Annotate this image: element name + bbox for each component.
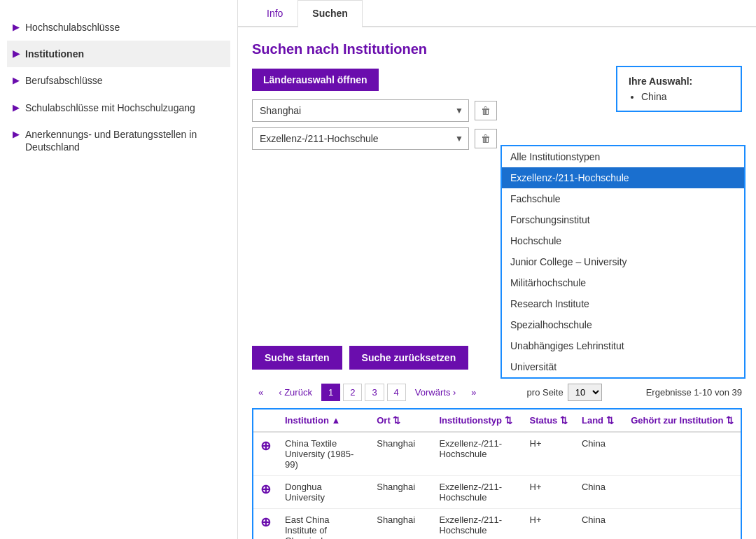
tab-bar: Info Suchen [238, 0, 756, 27]
col-add [253, 410, 278, 432]
selection-title: Ihre Auswahl: [629, 76, 729, 87]
status-cell: H+ [523, 432, 575, 476]
sidebar-item-label: Hochschulabschlüsse [25, 21, 120, 34]
per-page-selector: pro Seite 10 [527, 384, 602, 401]
pagination: « ‹ Zurück 1 2 3 4 Vorwärts › » [252, 384, 483, 401]
pagination-row: « ‹ Zurück 1 2 3 4 Vorwärts › » pro Seit… [252, 377, 742, 408]
type-dropdown-list: Alle Institutionstypen Exzellenz-/211-Ho… [500, 145, 746, 379]
col-land-header[interactable]: Land ⇅ [575, 410, 624, 432]
ort-cell: Shanghai [370, 476, 432, 509]
col-ort-header[interactable]: Ort ⇅ [370, 410, 432, 432]
sidebar-item-label: Schulabschlüsse mit Hochschulzugang [25, 102, 195, 114]
page-4-button[interactable]: 4 [387, 384, 406, 401]
sidebar-item-institutionen[interactable]: ▶ Institutionen [7, 41, 230, 67]
col-status-label: Status [530, 415, 558, 426]
sidebar-item-schulabschluesse[interactable]: ▶ Schulabschlüsse mit Hochschulzugang [7, 94, 230, 121]
sort-icon: ▲ [331, 415, 340, 426]
results-table-wrapper: Institution ▲ Ort ⇅ Institutionstyp ⇅ [252, 408, 742, 539]
table-row: ⊕ China Textile University (1985-99) Sha… [253, 432, 741, 476]
page-1-button[interactable]: 1 [321, 384, 340, 401]
dropdown-option-5[interactable]: Junior College – University [502, 251, 744, 272]
arrow-icon: ▶ [13, 48, 20, 59]
col-gehoert-label: Gehört zur Institution [631, 415, 723, 426]
typ-cell: Exzellenz-/211-Hochschule [432, 509, 522, 540]
dropdown-option-0[interactable]: Alle Institutionstypen [502, 146, 744, 167]
sidebar-item-hochschulabschluesse[interactable]: ▶ Hochschulabschlüsse [7, 14, 230, 41]
city-select[interactable]: Shanghai [252, 99, 469, 122]
col-status-header[interactable]: Status ⇅ [523, 410, 575, 432]
first-page-button[interactable]: « [252, 384, 270, 400]
type-dropdown-wrapper: Exzellenz-/211-Hochschule ▼ [252, 127, 469, 150]
results-info: Ergebnisse 1-10 von 39 [646, 387, 742, 398]
table-row: ⊕ Donghua University Shanghai Exzellenz-… [253, 476, 741, 509]
arrow-icon: ▶ [13, 102, 20, 113]
add-button-row1[interactable]: ⊕ [260, 482, 271, 496]
country-select-button[interactable]: Länderauswahl öffnen [252, 69, 379, 91]
sort-icon: ⇅ [393, 415, 400, 426]
col-typ-header[interactable]: Institutionstyp ⇅ [432, 410, 522, 432]
sidebar: ▶ Hochschulabschlüsse ▶ Institutionen ▶ … [0, 0, 238, 539]
land-cell: China [575, 476, 624, 509]
results-table: Institution ▲ Ort ⇅ Institutionstyp ⇅ [253, 410, 741, 539]
dropdown-option-6[interactable]: Militärhochschule [502, 272, 744, 293]
page-2-button[interactable]: 2 [343, 384, 362, 401]
institution-cell: Donghua University [278, 476, 370, 509]
sort-icon: ⇅ [505, 415, 512, 426]
sidebar-item-label: Berufsabschlüsse [25, 74, 103, 87]
per-page-select[interactable]: 10 [568, 384, 602, 401]
search-button[interactable]: Suche starten [252, 346, 342, 370]
per-page-label: pro Seite [527, 387, 564, 398]
table-row: ⊕ East China Institute of Chemical Engin… [253, 509, 741, 540]
page-3-button[interactable]: 3 [365, 384, 384, 401]
tab-suchen[interactable]: Suchen [298, 0, 363, 27]
dropdown-option-2[interactable]: Fachschule [502, 188, 744, 209]
arrow-icon: ▶ [13, 22, 20, 32]
land-cell: China [575, 509, 624, 540]
dropdown-option-7[interactable]: Research Institute [502, 293, 744, 314]
content-area: Suchen nach Institutionen Länderauswahl … [238, 27, 756, 539]
land-cell: China [575, 432, 624, 476]
add-button-row0[interactable]: ⊕ [260, 439, 271, 453]
typ-cell: Exzellenz-/211-Hochschule [432, 476, 522, 509]
ort-cell: Shanghai [370, 509, 432, 540]
sort-icon: ⇅ [606, 415, 614, 426]
dropdown-option-8[interactable]: Spezialhochschule [502, 314, 744, 335]
last-page-button[interactable]: » [465, 384, 482, 400]
sidebar-item-anerkennungsstellen[interactable]: ▶ Anerkennungs- und Beratungsstellen in … [7, 121, 230, 160]
arrow-icon: ▶ [13, 75, 20, 85]
col-gehoert-header[interactable]: Gehört zur Institution ⇅ [624, 410, 741, 432]
sort-icon: ⇅ [560, 415, 568, 426]
sidebar-item-berufsabschluesse[interactable]: ▶ Berufsabschlüsse [7, 67, 230, 94]
col-ort-label: Ort [377, 415, 391, 426]
gehoert-cell [624, 509, 741, 540]
next-page-button[interactable]: Vorwärts › [409, 384, 463, 400]
institution-cell: China Textile University (1985-99) [278, 432, 370, 476]
col-institution-label: Institution [285, 415, 329, 426]
dropdown-option-4[interactable]: Hochschule [502, 230, 744, 251]
selection-item: China [641, 91, 729, 102]
dropdown-option-1[interactable]: Exzellenz-/211-Hochschule [502, 167, 744, 188]
sidebar-item-label: Anerkennungs- und Beratungsstellen in De… [25, 128, 225, 153]
clear-city-button[interactable]: 🗑 [475, 101, 497, 120]
arrow-icon: ▶ [13, 129, 20, 139]
typ-cell: Exzellenz-/211-Hochschule [432, 432, 522, 476]
ort-cell: Shanghai [370, 432, 432, 476]
col-typ-label: Institutionstyp [439, 415, 502, 426]
tab-info[interactable]: Info [252, 0, 298, 26]
status-cell: H+ [523, 476, 575, 509]
col-institution-header[interactable]: Institution ▲ [278, 410, 370, 432]
city-dropdown-wrapper: Shanghai ▼ [252, 99, 469, 122]
dropdown-option-9[interactable]: Unabhängiges Lehrinstitut [502, 335, 744, 356]
col-land-label: Land [582, 415, 603, 426]
dropdown-option-10[interactable]: Universität [502, 356, 744, 377]
sidebar-item-label: Institutionen [25, 48, 84, 60]
add-button-row2[interactable]: ⊕ [260, 515, 271, 529]
type-select[interactable]: Exzellenz-/211-Hochschule [252, 127, 469, 150]
dropdown-option-3[interactable]: Forschungsinstitut [502, 209, 744, 230]
selection-box: Ihre Auswahl: China [616, 66, 742, 112]
reset-button[interactable]: Suche zurücksetzen [349, 346, 469, 370]
prev-page-button[interactable]: ‹ Zurück [272, 384, 318, 400]
clear-type-button[interactable]: 🗑 [475, 129, 497, 148]
gehoert-cell [624, 476, 741, 509]
main-content: Info Suchen Suchen nach Institutionen Lä… [238, 0, 756, 539]
